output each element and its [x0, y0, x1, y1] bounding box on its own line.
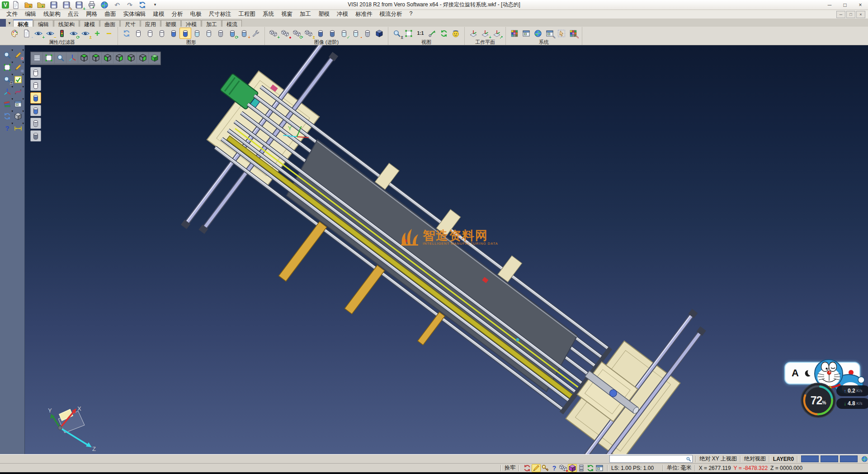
system-monitor-gauge[interactable] [800, 382, 837, 419]
save-icon[interactable] [48, 0, 60, 10]
minimize-button[interactable]: ─ [822, 0, 837, 9]
print-icon[interactable] [86, 0, 98, 10]
entities-toggle-icon[interactable]: ± [303, 28, 315, 39]
zoom-in-out-icon[interactable]: ± [391, 28, 403, 39]
show-refresh-icon[interactable]: ⟳ [68, 28, 80, 39]
menu-item-系统[interactable]: 系统 [259, 9, 278, 19]
measure-icon[interactable]: ▾ [13, 123, 23, 133]
shaded-icon[interactable] [179, 28, 191, 39]
globe-icon[interactable] [861, 455, 868, 463]
view-shaded-icon[interactable] [149, 52, 160, 63]
menu-item-?[interactable]: ? [406, 9, 416, 19]
mesh-lines-icon[interactable] [215, 28, 226, 39]
preview-icon[interactable] [99, 0, 110, 10]
image-copy-icon[interactable]: + [238, 28, 250, 39]
menu-item-编辑[interactable]: 编辑 [21, 9, 40, 19]
menu-item-工程图[interactable]: 工程图 [235, 9, 259, 19]
dark-mesh-icon[interactable] [30, 130, 41, 142]
axes-triad-icon[interactable] [66, 52, 78, 63]
moon-icon[interactable] [803, 370, 811, 377]
filter-traffic-icon[interactable] [56, 28, 68, 39]
layer-list-icon[interactable] [577, 464, 586, 472]
show-toggle-icon[interactable]: ± [80, 28, 91, 39]
menu-item-标准件[interactable]: 标准件 [352, 9, 376, 19]
view-face-icon[interactable] [450, 28, 462, 39]
view-right-icon[interactable] [113, 52, 125, 63]
tab-dropdown-button[interactable]: ▼ [6, 20, 13, 27]
layer-color-swatch-3[interactable] [840, 455, 858, 462]
entities-filter-icon[interactable]: ● [279, 28, 291, 39]
selection-hand-icon[interactable] [556, 28, 567, 39]
section-lines-icon[interactable] [326, 28, 338, 39]
zoom-window-icon[interactable] [403, 28, 415, 39]
tab-模流[interactable]: 模流 [222, 20, 242, 27]
absolute-view-mode[interactable]: 绝对视图 [744, 455, 766, 463]
flat-shaded-icon[interactable] [203, 28, 215, 39]
workplane-move-icon[interactable]: + [479, 28, 491, 39]
zoom-dynamic-icon[interactable]: ▾ [2, 50, 12, 60]
tab-加工[interactable]: 加工 [202, 20, 222, 27]
help-icon[interactable]: ?▾ [2, 123, 12, 133]
curve-edit-icon[interactable]: ▾ [13, 86, 23, 97]
remove-yellow-icon[interactable]: − [103, 28, 115, 39]
context-help-icon[interactable]: ? [550, 464, 559, 472]
zoom-1-1-icon[interactable]: 1:1 [415, 28, 426, 39]
menu-item-塑模[interactable]: 塑模 [315, 9, 333, 19]
snap-lock-icon[interactable] [523, 464, 532, 472]
grid-settings-icon[interactable]: ✎ [567, 28, 579, 39]
zoom-dynamic-icon[interactable] [55, 52, 66, 63]
view-iso-icon[interactable] [137, 52, 148, 63]
menu-item-尺寸标注[interactable]: 尺寸标注 [205, 9, 235, 19]
hidden-line-icon[interactable] [144, 28, 156, 39]
graphics-settings-icon[interactable] [250, 28, 262, 39]
menu-item-模流分析[interactable]: 模流分析 [376, 9, 406, 19]
solid-view-icon[interactable] [373, 28, 385, 39]
auto-rotate-icon[interactable] [586, 464, 595, 472]
save-as-icon[interactable]: ✎ [61, 0, 72, 10]
menu-item-曲面[interactable]: 曲面 [101, 9, 120, 19]
zoom-window-icon[interactable]: ▾ [2, 62, 12, 72]
tab-应用[interactable]: 应用 [141, 20, 160, 27]
tab-塑膜[interactable]: 塑膜 [161, 20, 181, 27]
grid-plane-icon[interactable]: ▾ [13, 99, 23, 109]
assistant-icon[interactable] [137, 0, 148, 10]
attribute-books-icon[interactable]: ▾ [2, 99, 12, 109]
confirm-icon[interactable]: ▾ [13, 74, 23, 85]
view-bottom-icon[interactable] [90, 52, 101, 63]
search-box[interactable] [609, 455, 693, 463]
hidden-line-2-icon[interactable] [156, 28, 168, 39]
layer-color-swatch-1[interactable] [801, 455, 819, 462]
menu-item-文件[interactable]: 文件 [3, 9, 21, 19]
view-left-icon[interactable] [102, 52, 113, 63]
mesh-lines-icon[interactable] [30, 118, 41, 129]
menu-item-线架构[interactable]: 线架构 [40, 9, 64, 19]
sketch-icon[interactable]: ○▾ [13, 62, 23, 72]
view-cube-icon[interactable] [568, 464, 577, 472]
workplane-align-icon[interactable]: ↗ [491, 28, 503, 39]
shaded-icon[interactable] [30, 92, 41, 104]
search-icon[interactable] [686, 456, 691, 462]
solid-cube-icon[interactable]: ▾ [13, 111, 23, 121]
tab-标准[interactable]: 标准 [13, 19, 33, 27]
wireframe-icon[interactable] [30, 67, 41, 78]
shaded-edges-icon[interactable] [168, 28, 179, 39]
system-settings-icon[interactable] [532, 28, 544, 39]
snapshot-view-icon[interactable]: ▪ [350, 28, 362, 39]
section-view-icon[interactable] [315, 28, 326, 39]
color-table-icon[interactable] [509, 28, 520, 39]
snap-settings-icon[interactable]: ● [559, 464, 568, 472]
entities-add-icon[interactable]: + [268, 28, 279, 39]
add-green-icon[interactable]: + [91, 28, 103, 39]
workplane-icon[interactable] [467, 28, 479, 39]
window-settings-icon[interactable]: ✎ [544, 28, 556, 39]
move-axis-icon[interactable]: ▾ [2, 86, 12, 97]
view-front-icon[interactable] [125, 52, 137, 63]
view-top-icon[interactable] [78, 52, 90, 63]
hidden-line-icon[interactable] [30, 80, 41, 91]
menu-item-分析[interactable]: 分析 [168, 9, 187, 19]
open-file-icon[interactable] [23, 0, 34, 10]
entities-regen-icon[interactable]: ⟳ [291, 28, 303, 39]
mesh-view-icon[interactable] [362, 28, 373, 39]
show-add-icon[interactable]: + [33, 28, 44, 39]
redo-icon[interactable]: ↷ [124, 0, 136, 10]
